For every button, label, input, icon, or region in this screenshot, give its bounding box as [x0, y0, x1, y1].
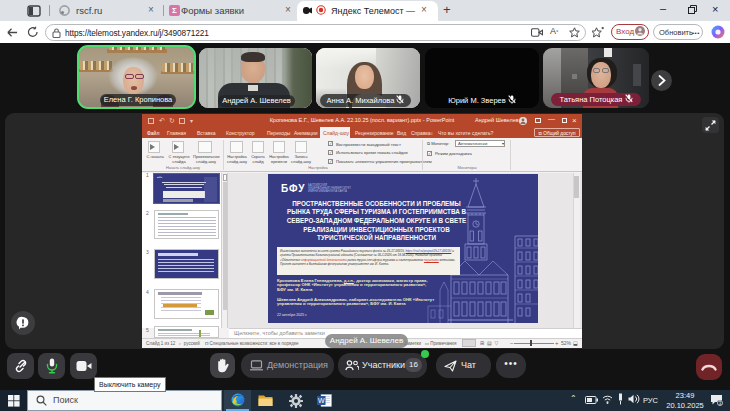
svg-text:W: W	[318, 397, 325, 404]
